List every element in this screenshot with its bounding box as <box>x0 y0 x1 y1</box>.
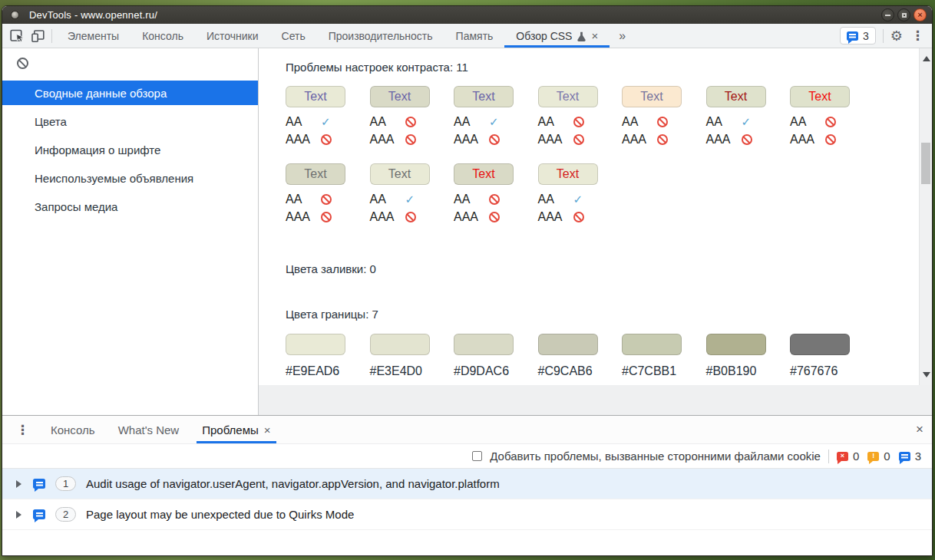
bubble-lines <box>901 454 908 456</box>
clear-overview-icon[interactable] <box>17 58 28 69</box>
issue-row[interactable]: 2Page layout may be unexpected due to Qu… <box>2 499 932 530</box>
issue-row[interactable]: 1Audit usage of navigator.userAgent, nav… <box>2 469 932 499</box>
device-toolbar-icon[interactable] <box>31 30 45 42</box>
contrast-swatch[interactable]: Text <box>454 86 514 107</box>
border-color-swatch[interactable] <box>286 334 345 355</box>
toolbar-divider <box>883 29 884 43</box>
maximize-button[interactable] <box>897 8 910 21</box>
settings-gear-icon[interactable]: ⚙ <box>890 29 903 43</box>
devtools-tabs: ЭлементыКонсольИсточникиСетьПроизводител… <box>56 24 635 48</box>
contrast-swatch[interactable]: Text <box>370 163 430 185</box>
aaa-label: AAA <box>706 133 742 147</box>
sidebar-item[interactable]: Информация о шрифте <box>2 137 258 162</box>
issue-badge-error[interactable]: ×0 <box>837 450 859 463</box>
scroll-down-arrow[interactable] <box>923 372 930 377</box>
issue-badge-warning[interactable]: !0 <box>867 450 890 463</box>
window-menu-icon[interactable] <box>11 11 19 19</box>
content-scrollbar[interactable] <box>919 48 932 385</box>
contrast-swatch-cell: TextAA✓AAA <box>370 163 454 225</box>
aa-label: AA <box>286 193 321 206</box>
border-color-swatch[interactable] <box>538 334 598 355</box>
close-button[interactable]: × <box>914 8 927 21</box>
issue-badge-message[interactable]: 3 <box>899 450 921 463</box>
expand-arrow-icon[interactable] <box>16 511 21 519</box>
window-titlebar[interactable]: DevTools - www.opennet.ru/ × <box>2 6 932 24</box>
contrast-swatch[interactable]: Text <box>370 86 430 107</box>
minimize-button[interactable] <box>881 8 894 21</box>
drawer-close-button[interactable]: × <box>916 423 923 436</box>
border-color-hex: #E3E4D0 <box>370 364 454 378</box>
devtools-tab[interactable]: Память <box>444 24 505 48</box>
aa-label: AA <box>538 115 573 129</box>
border-color-hex: #767676 <box>790 364 874 378</box>
border-color-swatch[interactable] <box>454 334 514 355</box>
devtools-tab[interactable]: Сеть <box>270 24 317 48</box>
toolbar-divider <box>828 450 829 463</box>
devtools-tab[interactable]: Источники <box>195 24 270 48</box>
css-overview-sidebar: Сводные данные обзораЦветаИнформация о ш… <box>2 48 259 415</box>
contrast-swatch[interactable]: Text <box>538 163 598 185</box>
tab-css-overview-label: Обзор CSS <box>516 30 572 42</box>
scroll-up-arrow[interactable] <box>923 56 930 61</box>
devtools-window: DevTools - www.opennet.ru/ × ЭлементыКон… <box>2 5 933 556</box>
contrast-swatch[interactable]: Text <box>454 163 514 185</box>
devtools-tab[interactable]: Консоль <box>131 24 195 48</box>
border-color-cell: #B0B190 <box>706 334 791 378</box>
contrast-swatch[interactable]: Text <box>790 86 850 107</box>
kebab-menu-button[interactable]: ⋮ <box>910 29 926 42</box>
contrast-swatch-cell: TextAAAAA <box>370 86 454 147</box>
tab-css-overview[interactable]: Обзор CSS × <box>504 24 610 48</box>
aaa-label: AAA <box>622 133 657 147</box>
contrast-aaa-row: AAA <box>286 132 370 147</box>
contrast-swatch[interactable]: Text <box>538 86 598 107</box>
message-bubble-icon <box>847 31 858 41</box>
sidebar-item[interactable]: Цвета <box>2 109 258 133</box>
border-color-swatch[interactable] <box>622 334 682 355</box>
bubble-lines <box>849 34 856 35</box>
drawer-tab[interactable]: Консоль <box>39 416 107 443</box>
drawer: ⋮ КонсольWhat's New Проблемы × × Добавит… <box>2 415 932 555</box>
sidebar-item[interactable]: Неиспользуемые объявления <box>2 166 258 190</box>
border-color-cell: #767676 <box>790 334 874 378</box>
devtools-tab[interactable]: Производительность <box>317 24 444 48</box>
contrast-swatch[interactable]: Text <box>706 86 766 107</box>
issues-counter-button[interactable]: 3 <box>840 27 876 44</box>
tab-close-icon[interactable]: × <box>264 424 271 436</box>
aa-label: AA <box>622 115 657 129</box>
issues-toolbar: Добавить проблемы, вызванные сторонними … <box>2 444 932 469</box>
desktop: { "window": { "title": "DevTools - www.o… <box>0 0 935 560</box>
cookie-issues-checkbox[interactable] <box>472 451 482 461</box>
contrast-swatch-cell: TextAAAAA <box>454 163 538 225</box>
contrast-grid: TextAA✓AAATextAAAAATextAA✓AAATextAAAAATe… <box>286 86 919 225</box>
drawer-kebab-menu-button[interactable]: ⋮ <box>2 416 39 443</box>
drawer-tab-issues[interactable]: Проблемы × <box>190 416 282 443</box>
inspect-element-icon[interactable] <box>10 29 25 42</box>
aa-label: AA <box>454 193 489 206</box>
window-controls: × <box>881 8 927 21</box>
border-color-swatch[interactable] <box>370 334 430 355</box>
contrast-swatch[interactable]: Text <box>622 86 682 107</box>
border-color-swatch[interactable] <box>790 334 850 355</box>
aaa-label: AAA <box>454 133 489 147</box>
tab-close-icon[interactable]: × <box>591 30 598 41</box>
sidebar-item[interactable]: Запросы медиа <box>2 194 258 219</box>
contrast-aa-row: AA✓ <box>286 114 370 130</box>
border-color-cell: #C7CBB1 <box>622 334 706 378</box>
contrast-fail-block-icon <box>321 134 332 145</box>
contrast-fail-block-icon <box>489 212 500 222</box>
expand-arrow-icon[interactable] <box>16 480 21 488</box>
devtools-tab[interactable]: Элементы <box>56 24 131 48</box>
drawer-tab[interactable]: What's New <box>107 416 191 443</box>
contrast-swatch[interactable]: Text <box>286 163 345 185</box>
contrast-fail-block-icon <box>573 117 584 127</box>
border-color-swatch[interactable] <box>706 334 766 355</box>
sidebar-item[interactable]: Сводные данные обзора <box>2 81 258 105</box>
warning-glyph: ! <box>872 453 874 460</box>
contrast-aa-row: AA <box>286 192 370 207</box>
aa-label: AA <box>706 115 742 129</box>
contrast-swatch[interactable]: Text <box>286 86 345 107</box>
more-tabs-button[interactable]: » <box>610 24 635 48</box>
issue-count-pill: 2 <box>55 507 76 522</box>
toolbar-divider <box>51 29 52 43</box>
scroll-thumb[interactable] <box>921 143 930 184</box>
